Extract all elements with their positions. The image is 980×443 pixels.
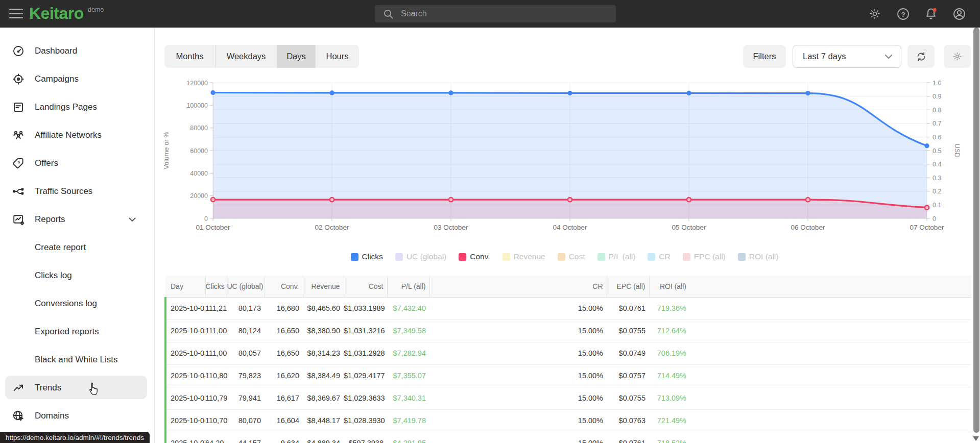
column-header-day[interactable]: Day (165, 276, 205, 297)
data-point[interactable] (568, 198, 572, 202)
global-search-input[interactable]: Search (375, 5, 616, 22)
legend-label: Revenue (514, 252, 545, 261)
column-header-p-l-all-[interactable]: P/L (all) (387, 276, 429, 297)
table-row[interactable]: 2025-10-02111,0080,12416,650$8,380.90$1,… (165, 319, 971, 342)
legend-item-roi-all-[interactable]: ROI (all) (738, 252, 779, 261)
cell-cost: $1,031.2928 (344, 342, 387, 364)
cell-cr: 15.00% (429, 364, 607, 387)
cell-clicks: 111,21 (205, 297, 227, 319)
notifications-bell-icon[interactable] (924, 7, 938, 20)
legend-label: P/L (all) (609, 252, 636, 261)
cell-day: 2025-10-05 (165, 387, 205, 409)
cell-p-l-all-: $7,432.40 (387, 297, 429, 319)
data-point[interactable] (448, 90, 453, 95)
legend-item-epc-all-[interactable]: EPC (all) (683, 252, 726, 261)
cell-p-l-all-: $7,419.78 (387, 409, 429, 432)
data-point[interactable] (805, 91, 810, 95)
sidebar-item-clicks-log[interactable]: Clicks log (0, 261, 154, 289)
y-left-tick-label: 20000 (190, 192, 208, 200)
column-header-uc-global-[interactable]: UC (global) (227, 276, 265, 297)
data-point[interactable] (567, 91, 572, 95)
table-row[interactable]: 2025-10-06110,7080,07016,604$8,448.17$1,… (165, 409, 971, 432)
data-point[interactable] (449, 198, 453, 202)
y-right-tick-label: 0.8 (933, 107, 941, 114)
data-point[interactable] (687, 198, 691, 202)
data-point[interactable] (924, 143, 929, 148)
sidebar-nav: DashboardCampaignsLandings PagesAffiliat… (0, 28, 154, 443)
y-left-tick-label: 100000 (186, 102, 208, 109)
data-point[interactable] (806, 198, 810, 202)
legend-item-cost[interactable]: Cost (558, 252, 585, 261)
cell-epc-all-: $0.0755 (607, 387, 649, 409)
account-avatar-icon[interactable] (952, 7, 966, 20)
sidebar-item-label: Affiliate Networks (35, 130, 102, 140)
keitaro-logo[interactable]: Keitaro (29, 4, 84, 23)
data-point[interactable] (211, 198, 215, 202)
legend-item-conv-[interactable]: Conv. (459, 252, 490, 261)
data-point[interactable] (686, 91, 691, 95)
sidebar-item-exported-reports[interactable]: Exported reports (0, 317, 154, 346)
sidebar-item-trends[interactable]: Trends (0, 374, 154, 402)
chart-legend: ClicksUC (global)Conv.RevenueCostP/L (al… (159, 252, 970, 261)
legend-item-uc-global-[interactable]: UC (global) (395, 252, 446, 261)
column-header-cost[interactable]: Cost (344, 276, 387, 297)
data-point[interactable] (210, 90, 215, 95)
data-point[interactable] (925, 205, 929, 209)
sidebar-item-traffic-sources[interactable]: Traffic Sources (0, 177, 154, 205)
cell-day: 2025-10-04 (165, 364, 205, 387)
y-right-tick-label: 1.0 (933, 80, 941, 87)
cell-conv-: 16,650 (265, 342, 303, 364)
sidebar-item-affiliate-networks[interactable]: Affiliate Networks (0, 121, 154, 149)
sidebar-item-black-and-white-lists[interactable]: Black and White Lists (0, 346, 154, 374)
legend-item-clicks[interactable]: Clicks (351, 252, 383, 261)
sidebar-item-domains[interactable]: Domains (0, 402, 154, 430)
sidebar-item-landings-pages[interactable]: Landings Pages (0, 93, 154, 121)
series-area-conv- (213, 200, 927, 218)
table-row[interactable]: 2025-10-01111,2180,17316,680$8,465.60$1,… (165, 297, 971, 319)
cell-conv-: 9,634 (265, 432, 303, 443)
scrollbar-down-arrow[interactable] (973, 436, 979, 441)
sidebar-item-offers[interactable]: $Offers (0, 149, 154, 177)
x-tick-label: 01 October (196, 224, 230, 231)
cell-day: 2025-10-07 (165, 432, 205, 443)
trends-chart-svg: 01 October02 October03 October04 October… (159, 64, 974, 242)
cell-conv-: 16,620 (265, 364, 303, 387)
notification-badge (933, 8, 937, 12)
cell-uc-global-: 80,070 (227, 409, 265, 432)
sidebar-item-campaigns[interactable]: Campaigns (0, 65, 154, 93)
cell-uc-global-: 80,057 (227, 342, 265, 364)
cell-uc-global-: 79,823 (227, 364, 265, 387)
sidebar-item-dashboard[interactable]: Dashboard (0, 37, 154, 65)
table-row[interactable]: 2025-10-05110,7979,94116,617$8,369.67$1,… (165, 387, 971, 409)
legend-item-revenue[interactable]: Revenue (503, 252, 545, 261)
sidebar-item-label: Trends (35, 383, 61, 393)
sidebar-item-reports[interactable]: Reports (0, 205, 154, 233)
cell-cost: $1,029.3633 (344, 387, 387, 409)
settings-gear-icon[interactable] (868, 7, 881, 20)
menu-hamburger-icon[interactable] (9, 9, 23, 19)
column-header-conv-[interactable]: Conv. (265, 276, 303, 297)
legend-item-p-l-all-[interactable]: P/L (all) (597, 252, 636, 261)
column-header-revenue[interactable]: Revenue (303, 276, 344, 297)
column-header-epc-all-[interactable]: EPC (all) (607, 276, 649, 297)
table-row[interactable]: 2025-10-03111,0080,05716,650$8,314.23$1,… (165, 342, 971, 364)
cell-revenue: $4,889.34 (303, 432, 344, 443)
table-row[interactable]: 2025-10-04110,8079,82316,620$8,384.49$1,… (165, 364, 971, 387)
column-header-cr[interactable]: CR (429, 276, 607, 297)
vertical-scrollbar[interactable] (973, 28, 979, 433)
legend-item-cr[interactable]: CR (648, 252, 670, 261)
data-point[interactable] (330, 198, 334, 202)
sidebar-item-label: Campaigns (35, 74, 79, 84)
help-icon[interactable]: ? (896, 7, 910, 20)
cell-conv-: 16,604 (265, 409, 303, 432)
data-point[interactable] (329, 90, 334, 95)
column-header-clicks[interactable]: Clicks (205, 276, 227, 297)
table-row[interactable]: 2025-10-0764,2044,1579,634$4,889.34$597.… (165, 432, 971, 443)
column-header-roi-all-[interactable]: ROI (all) (649, 276, 690, 297)
column-header-filler (690, 276, 971, 297)
sidebar-item-create-report[interactable]: Create report (0, 233, 154, 261)
sidebar-item-conversions-log[interactable]: Conversions log (0, 289, 154, 317)
cell-cost: $1,033.1989 (344, 297, 387, 319)
y-left-tick-label: 60000 (190, 147, 208, 155)
cell-conv-: 16,650 (265, 319, 303, 342)
